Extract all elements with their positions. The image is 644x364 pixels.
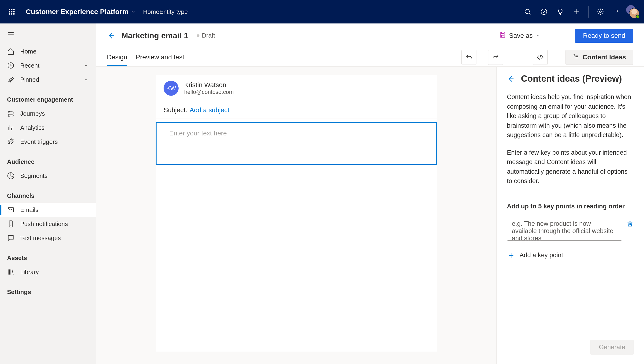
sidebar-item-label: Recent (20, 62, 39, 69)
sidebar-item-recent[interactable]: Recent (0, 58, 96, 73)
app-title-dropdown[interactable]: Customer Experience Platform (26, 8, 136, 16)
search-icon[interactable] (520, 5, 534, 19)
key-points-heading: Add up to 5 key points in reading order (507, 203, 634, 210)
app-launcher-icon[interactable] (5, 5, 19, 19)
key-point-input[interactable] (507, 216, 622, 241)
delete-key-point-icon[interactable] (626, 216, 634, 228)
sidebar-item-pinned[interactable]: Pinned (0, 73, 96, 87)
save-as-label: Save as (509, 32, 533, 39)
svg-point-13 (8, 111, 9, 112)
breadcrumb[interactable]: HomeEntity type (143, 8, 188, 16)
chevron-down-icon (83, 63, 89, 68)
sidebar-section-engagement: Customer engagement (0, 87, 96, 107)
sidebar-item-label: Home (20, 48, 36, 55)
generate-button[interactable]: Generate (590, 340, 634, 355)
svg-rect-16 (9, 221, 12, 227)
segments-icon (7, 172, 14, 179)
chevron-down-icon (536, 33, 541, 38)
sidebar-item-label: Library (20, 268, 39, 276)
lightbulb-icon[interactable] (553, 5, 567, 19)
plus-icon: ＋ (507, 250, 515, 261)
help-icon[interactable] (610, 5, 624, 19)
svg-point-11 (600, 11, 601, 13)
add-key-point-label: Add a key point (520, 252, 563, 259)
sidebar-item-event-triggers[interactable]: Event triggers (0, 135, 96, 149)
sidebar-item-push[interactable]: Push notifications (0, 217, 96, 231)
sidebar-item-journeys[interactable]: Journeys (0, 107, 96, 121)
redo-button[interactable] (488, 50, 503, 65)
add-icon[interactable] (570, 5, 584, 19)
user-avatar[interactable] (626, 5, 639, 18)
svg-point-5 (13, 11, 14, 12)
sender-avatar: KW (164, 81, 178, 96)
push-icon (7, 220, 14, 228)
svg-rect-15 (8, 208, 14, 212)
settings-gear-icon[interactable] (594, 5, 608, 19)
status-label: Draft (202, 32, 215, 39)
tab-design[interactable]: Design (107, 49, 127, 66)
code-view-button[interactable] (533, 50, 548, 65)
sidebar-item-label: Analytics (20, 124, 44, 131)
sparkle-list-icon (573, 53, 579, 61)
svg-point-7 (11, 13, 12, 14)
pin-icon (7, 76, 14, 83)
more-actions-button[interactable]: ··· (550, 32, 564, 39)
sender-name: Kristin Watson (184, 81, 234, 89)
sidebar-section-settings: Settings (0, 279, 96, 299)
sidebar-item-analytics[interactable]: Analytics (0, 121, 96, 135)
sidebar-toggle-icon[interactable] (0, 28, 96, 44)
back-icon[interactable] (107, 32, 115, 40)
status-badge: Draft (196, 32, 215, 39)
sender-row: KW Kristin Watson hello@contoso.com (156, 75, 437, 102)
sidebar-item-text-messages[interactable]: Text messages (0, 231, 96, 245)
panel-back-icon[interactable] (507, 75, 515, 83)
svg-point-10 (541, 9, 547, 15)
presence-indicator (636, 15, 640, 19)
sidebar-item-emails[interactable]: Emails (0, 203, 96, 217)
sidebar-item-segments[interactable]: Segments (0, 169, 96, 183)
sidebar-item-label: Push notifications (20, 220, 68, 228)
content-ideas-button[interactable]: Content Ideas (566, 50, 633, 65)
sidebar-item-label: Event triggers (20, 138, 58, 145)
panel-description-1: Content ideas help you find inspiration … (507, 92, 634, 140)
sms-icon (7, 234, 14, 242)
sender-email: hello@contoso.com (184, 89, 234, 95)
email-body-editor[interactable]: Enter your text here (156, 122, 437, 165)
email-icon (7, 206, 14, 214)
add-key-point-button[interactable]: ＋ Add a key point (507, 248, 634, 263)
analytics-icon (7, 124, 14, 131)
sidebar-item-label: Segments (20, 172, 48, 179)
sidebar-section-audience: Audience (0, 149, 96, 169)
add-subject-link[interactable]: Add a subject (190, 106, 230, 114)
svg-point-0 (9, 9, 10, 10)
svg-point-9 (525, 9, 530, 14)
svg-point-1 (11, 9, 12, 10)
page-title: Marketing email 1 (122, 31, 188, 40)
panel-description-2: Enter a few key points about your intend… (507, 148, 634, 186)
sidebar-section-assets: Assets (0, 245, 96, 265)
subject-label: Subject: (164, 106, 187, 114)
ready-to-send-button[interactable]: Ready to send (575, 29, 633, 43)
svg-point-4 (11, 11, 12, 12)
tab-preview-and-test[interactable]: Preview and test (136, 49, 184, 66)
task-checkmark-icon[interactable] (537, 5, 551, 19)
email-canvas: KW Kristin Watson hello@contoso.com Subj… (96, 67, 496, 364)
chevron-down-icon (83, 77, 89, 82)
home-icon (7, 48, 14, 55)
sidebar-item-label: Journeys (20, 110, 45, 117)
svg-point-3 (9, 11, 10, 12)
svg-point-14 (12, 115, 13, 116)
panel-title: Content ideas (Preview) (521, 74, 622, 84)
sidebar-item-label: Pinned (20, 76, 39, 83)
content-ideas-label: Content Ideas (582, 54, 626, 61)
sidebar-item-label: Text messages (20, 235, 61, 242)
sidebar-item-home[interactable]: Home (0, 44, 96, 58)
clock-icon (7, 62, 14, 69)
sidebar-item-library[interactable]: Library (0, 265, 96, 279)
trigger-icon (7, 138, 14, 145)
save-icon (499, 31, 506, 40)
sidebar-section-channels: Channels (0, 183, 96, 203)
svg-point-6 (9, 13, 10, 14)
save-as-button[interactable]: Save as (496, 29, 544, 42)
undo-button[interactable] (462, 50, 476, 65)
